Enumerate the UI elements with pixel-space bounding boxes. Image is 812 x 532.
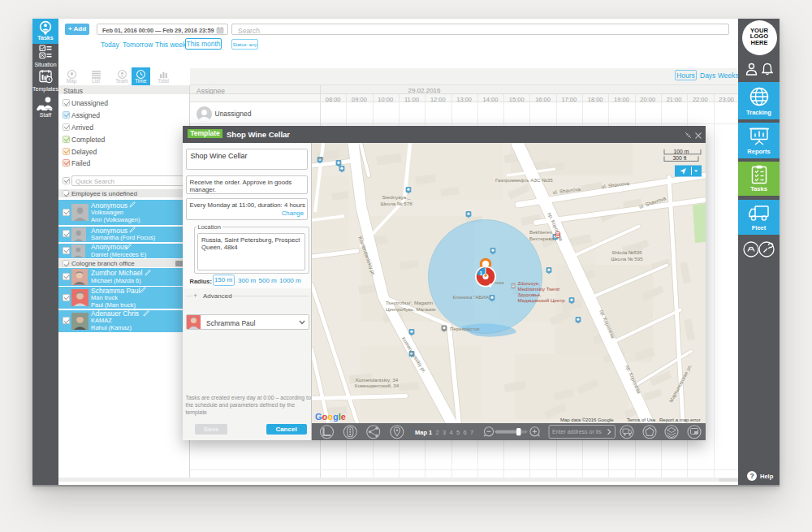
svg-text:Газпромнефть АЗС №35: Газпромнефть АЗС №35 [495, 176, 553, 182]
svg-text:Медицинский Центр: Медицинский Центр [518, 296, 566, 302]
svg-text:Tsentrobuv', Magazin: Tsentrobuv', Magazin [386, 300, 434, 305]
svg-text:Enter address or its: Enter address or its [552, 429, 602, 435]
svg-text:Комендантский, 34: Комендантский, 34 [355, 383, 400, 388]
svg-text:Report a map error: Report a map error [659, 417, 701, 422]
svg-text:Shkola №595: Shkola №595 [611, 249, 642, 255]
svg-text:2: 2 [436, 428, 439, 435]
svg-text:Bekhterev: Bekhterev [529, 229, 553, 235]
svg-text:Komendantskiy, 34: Komendantskiy, 34 [356, 376, 399, 382]
svg-text:Здоровье,: Здоровье, [518, 291, 542, 296]
svg-text:Meditsinskiy Tsentr: Meditsinskiy Tsentr [518, 285, 560, 291]
svg-text:6: 6 [464, 428, 467, 435]
svg-text:300 ft: 300 ft [672, 155, 686, 161]
svg-text:Map 1: Map 1 [415, 428, 432, 435]
svg-text:ell: ell [318, 155, 323, 161]
svg-text:Terms of Use: Terms of Use [627, 417, 656, 422]
svg-text:100 m: 100 m [674, 148, 689, 154]
svg-text:Zdorovye,: Zdorovye, [518, 279, 541, 285]
svg-text:7: 7 [470, 428, 473, 435]
svg-text:Map data ©2016 Google: Map data ©2016 Google [560, 417, 614, 422]
svg-text:Srednyaya._: Srednyaya._ [382, 194, 411, 200]
svg-text:Google: Google [315, 412, 346, 422]
svg-text:H: H [556, 232, 559, 237]
svg-text:4: 4 [488, 283, 491, 288]
svg-text:Школа № 595: Школа № 595 [611, 255, 643, 261]
svg-text:Клиника "АБИА": Клиника "АБИА" [453, 294, 491, 300]
svg-text:Бехтерева: Бехтерева [529, 235, 555, 240]
svg-text:4: 4 [450, 428, 453, 435]
svg-text:1: 1 [479, 270, 482, 275]
svg-text:3: 3 [443, 428, 446, 435]
svg-text:Школа № 578: Школа № 578 [380, 200, 412, 205]
svg-text:5: 5 [456, 428, 460, 435]
svg-text:Перекрёсток: Перекрёсток [450, 326, 480, 331]
svg-text:Центробувь, Магазин: Центробувь, Магазин [386, 305, 435, 311]
